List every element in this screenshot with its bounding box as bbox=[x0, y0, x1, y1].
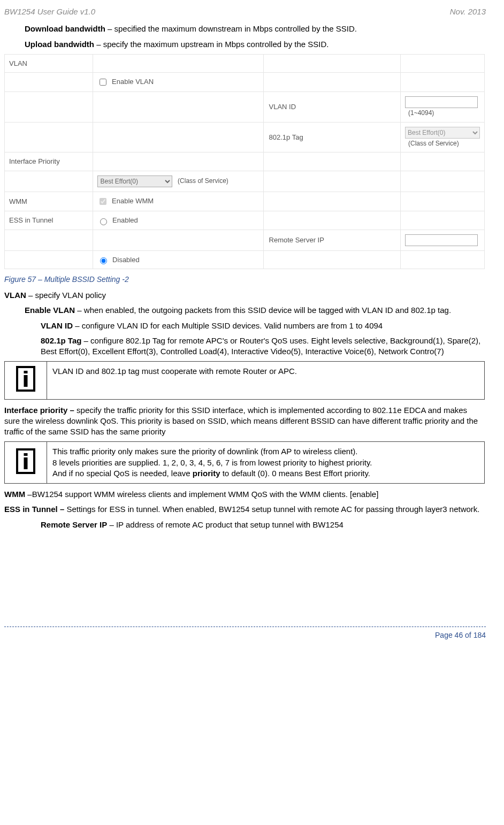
if-priority-row-label: Interface Priority bbox=[5, 152, 93, 171]
download-bandwidth: Download bandwidth – specified the maxim… bbox=[4, 24, 485, 34]
if-priority-cos: (Class of Service) bbox=[178, 177, 228, 185]
upload-bandwidth: Upload bandwidth – specify the maximum u… bbox=[4, 39, 485, 50]
remote-ip-label: Remote Server IP bbox=[263, 230, 400, 250]
info-box-2: This traffic priority only makes sure th… bbox=[4, 441, 485, 484]
wmm-desc: WMM –BW1254 support WMM wireless clients… bbox=[4, 489, 485, 500]
header-right: Nov. 2013 bbox=[450, 6, 486, 17]
header-left: BW1254 User Guide v1.0 bbox=[4, 6, 95, 17]
vlan-id-hint: (1~4094) bbox=[408, 109, 434, 117]
tag-label: 802.1p Tag bbox=[263, 122, 400, 152]
tag-select[interactable]: Best Effort(0) bbox=[405, 127, 480, 139]
ess-row-label: ESS in Tunnel bbox=[5, 211, 93, 230]
page-footer: Page 46 of 184 bbox=[4, 627, 486, 640]
remote-ip-input[interactable] bbox=[405, 234, 478, 246]
tag-desc: 802.1p Tag – configure 802.1p Tag for re… bbox=[4, 335, 485, 357]
enable-vlan-label: Enable VLAN bbox=[112, 78, 154, 86]
download-bandwidth-label: Download bandwidth bbox=[25, 24, 105, 33]
vlan-id-input[interactable] bbox=[405, 96, 478, 108]
info-icon bbox=[16, 448, 35, 474]
enable-vlan-checkbox[interactable] bbox=[100, 79, 106, 86]
ess-disabled-label: Disabled bbox=[112, 256, 140, 264]
tag-cos: (Class of Service) bbox=[408, 140, 459, 147]
remote-ip-desc: Remote Server IP – IP address of remote … bbox=[4, 520, 485, 530]
info-1-text: VLAN ID and 802.1p tag must cooperate wi… bbox=[47, 362, 485, 399]
figure-caption: Figure 57 – Multiple BSSID Setting -2 bbox=[4, 274, 485, 285]
upload-bandwidth-label: Upload bandwidth bbox=[25, 40, 94, 49]
vlan-id-label: VLAN ID bbox=[263, 92, 400, 123]
enable-vlan-cell: Enable VLAN bbox=[93, 73, 263, 92]
ess-enabled-label: Enabled bbox=[112, 216, 138, 224]
settings-table: VLAN Enable VLAN VLAN ID (1~4094) bbox=[4, 54, 485, 269]
info-box-1: VLAN ID and 802.1p tag must cooperate wi… bbox=[4, 361, 485, 399]
if-priority-select[interactable]: Best Effort(0) bbox=[97, 175, 172, 187]
ess-disabled-radio[interactable] bbox=[100, 257, 107, 264]
info-icon bbox=[16, 366, 35, 392]
ess-enabled-radio[interactable] bbox=[100, 218, 107, 225]
enable-wmm-checkbox[interactable] bbox=[100, 198, 106, 205]
interface-priority-desc: Interface priority – specify the traffic… bbox=[4, 405, 485, 438]
vlan-id-desc: VLAN ID – configure VLAN ID for each Mul… bbox=[4, 320, 485, 331]
enable-wmm-label: Enable WMM bbox=[112, 197, 154, 205]
info-2-text: This traffic priority only makes sure th… bbox=[47, 442, 485, 484]
enable-vlan-desc: Enable VLAN – when enabled, the outgoing… bbox=[4, 305, 485, 316]
vlan-heading: VLAN – specify VLAN policy bbox=[4, 290, 485, 301]
wmm-row-label: WMM bbox=[5, 192, 93, 211]
ess-desc: ESS in Tunnel – Settings for ESS in tunn… bbox=[4, 504, 485, 515]
vlan-row-label: VLAN bbox=[5, 54, 93, 73]
